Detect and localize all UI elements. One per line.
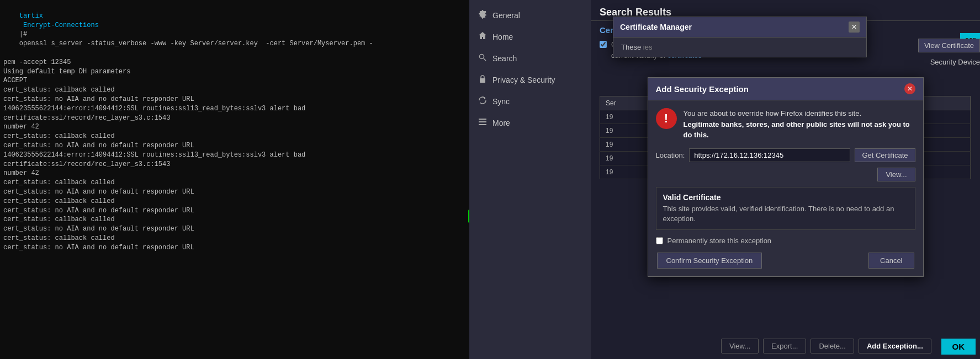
- permanently-checkbox[interactable]: [656, 237, 663, 244]
- dialog-btn-row: Confirm Security Exception Cancel: [656, 253, 915, 269]
- add-exception-button[interactable]: Add Exception...: [859, 339, 931, 353]
- terminal-line-15: cert_status: no AIA and no default respo…: [3, 206, 466, 216]
- delete-button[interactable]: Delete...: [811, 339, 854, 353]
- terminal-line-9: cert_status: no AIA and no default respo…: [3, 141, 466, 151]
- terminal-pane: tartix Encrypt-Connections |# openssl s_…: [0, 0, 469, 359]
- svg-rect-2: [480, 78, 485, 83]
- terminal-line-3: ACCEPT: [3, 76, 466, 85]
- export-button[interactable]: Export...: [763, 339, 806, 353]
- sidebar-item-label-privacy: Privacy & Security: [492, 76, 555, 84]
- terminal-line-4: cert_status: callback called: [3, 85, 466, 95]
- terminal-line-10: 140623555622144:error:14094412:SSL routi…: [3, 151, 466, 169]
- confirm-security-exception-button[interactable]: Confirm Security Exception: [657, 253, 762, 269]
- warning-text: You are about to override how Firefox id…: [684, 108, 915, 141]
- cert-manager-titlebar: Certificate Manager ✕: [613, 17, 866, 37]
- home-icon: [478, 31, 487, 42]
- terminal-line-2: Using default temp DH parameters: [3, 67, 466, 77]
- permanently-label: Permanently store this exception: [668, 237, 772, 245]
- terminal-line-8: cert_status: callback called: [3, 132, 466, 141]
- sidebar-item-home[interactable]: Home: [469, 26, 591, 47]
- terminal-command: openssl s_server -status_verbose -www -k…: [19, 40, 373, 47]
- warning-line1: You are about to override how Firefox id…: [684, 109, 862, 117]
- sidebar-item-general[interactable]: General: [469, 4, 591, 26]
- more-icon: [478, 117, 487, 128]
- terminal-prompt-symbol: |#: [19, 30, 31, 38]
- location-row: Location: Get Certificate: [656, 148, 915, 162]
- valid-cert-text: This site provides valid, verified ident…: [663, 204, 908, 224]
- cert-manager-partial: ies: [643, 43, 653, 51]
- sidebar-item-more[interactable]: More: [469, 112, 591, 133]
- sidebar-item-label-home: Home: [492, 33, 513, 41]
- ocsp-checkbox[interactable]: [600, 41, 607, 48]
- sync-icon: [478, 96, 487, 106]
- cert-manager-these-text: These: [621, 43, 641, 51]
- terminal-line-11: number 42: [3, 169, 466, 178]
- sidebar: General Home Search Privacy & Security S…: [469, 0, 591, 359]
- terminal-app-name: tartix: [19, 12, 43, 20]
- view-btn-row: View...: [656, 168, 915, 181]
- sidebar-item-label-general: General: [492, 11, 520, 20]
- location-input[interactable]: [689, 148, 850, 162]
- sidebar-item-label-more: More: [492, 119, 510, 127]
- terminal-line-16: cert_status: callback called: [3, 215, 466, 224]
- sidebar-item-label-sync: Sync: [492, 97, 510, 106]
- terminal-line-14: cert_status: callback called: [3, 197, 466, 206]
- svg-point-0: [480, 55, 484, 59]
- permanently-row: Permanently store this exception: [656, 237, 915, 245]
- firefox-pane: General Home Search Privacy & Security S…: [469, 0, 980, 359]
- sec-dialog-body: ! You are about to override how Firefox …: [648, 100, 923, 276]
- sec-dialog-title: Add Security Exception: [656, 84, 749, 94]
- security-device-partial: Security Device: [930, 58, 980, 66]
- cancel-button[interactable]: Cancel: [868, 253, 914, 269]
- terminal-prompt: tartix Encrypt-Connections |# openssl s_…: [3, 2, 466, 58]
- svg-rect-3: [479, 119, 486, 120]
- warning-icon: !: [656, 108, 677, 129]
- sidebar-item-privacy[interactable]: Privacy & Security: [469, 69, 591, 90]
- bottom-actions: View... Export... Delete... Add Exceptio…: [712, 339, 940, 353]
- sec-dialog-close-button[interactable]: ✕: [904, 83, 915, 94]
- valid-cert-box: Valid Certificate This site provides val…: [656, 187, 915, 230]
- cert-manager-title: Certificate Manager: [620, 23, 692, 31]
- security-exception-dialog: Add Security Exception ✕ ! You are about…: [648, 77, 924, 277]
- gear-icon: [478, 10, 487, 20]
- sidebar-item-search[interactable]: Search: [469, 47, 591, 69]
- valid-cert-title: Valid Certificate: [663, 193, 908, 202]
- location-label: Location:: [656, 151, 685, 159]
- terminal-line-19: cert_status: no AIA and no default respo…: [3, 243, 466, 253]
- view-button[interactable]: View...: [721, 339, 759, 353]
- terminal-line-5: cert_status: no AIA and no default respo…: [3, 95, 466, 104]
- sidebar-item-label-search: Search: [492, 54, 517, 63]
- terminal-line-12: cert_status: callback called: [3, 178, 466, 187]
- sec-dialog-header: Add Security Exception ✕: [648, 78, 923, 100]
- cert-manager-close-button[interactable]: ✕: [849, 22, 860, 33]
- sidebar-item-sync[interactable]: Sync: [469, 90, 591, 112]
- get-certificate-button[interactable]: Get Certificate: [855, 148, 915, 162]
- terminal-line-18: cert_status: callback called: [3, 234, 466, 243]
- search-icon: [478, 53, 487, 63]
- warning-bold: Legitimate banks, stores, and other publ…: [684, 120, 910, 140]
- ok-button[interactable]: OK: [941, 339, 976, 355]
- main-content: Search Results Certificates Query OCSP r…: [591, 0, 980, 359]
- view-certificate-button-top[interactable]: View Certificate: [918, 39, 980, 52]
- svg-rect-5: [479, 124, 486, 125]
- terminal-line-13: cert_status: no AIA and no default respo…: [3, 187, 466, 197]
- certificate-manager-dialog: Certificate Manager ✕ These ies: [613, 17, 867, 57]
- lock-icon: [478, 74, 487, 85]
- terminal-section: Encrypt-Connections: [19, 22, 99, 29]
- view-button-sec[interactable]: View...: [877, 168, 915, 181]
- terminal-line-17: cert_status: no AIA and no default respo…: [3, 224, 466, 234]
- svg-line-1: [484, 58, 486, 61]
- cert-manager-body: These ies: [613, 37, 866, 57]
- warning-row: ! You are about to override how Firefox …: [656, 108, 915, 141]
- terminal-line-1: pem -accept 12345: [3, 58, 466, 67]
- svg-rect-4: [479, 121, 486, 122]
- terminal-line-7: number 42: [3, 122, 466, 132]
- terminal-line-6: 140623555622144:error:14094412:SSL routi…: [3, 104, 466, 123]
